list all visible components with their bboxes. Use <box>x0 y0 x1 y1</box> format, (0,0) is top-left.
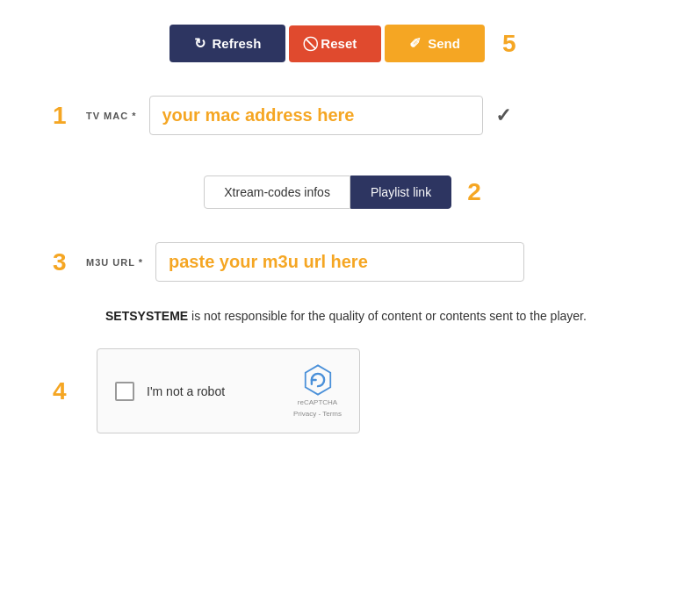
reset-button[interactable]: ⃠ Reset <box>289 25 381 62</box>
tab-xtream[interactable]: Xtream-codes infos <box>204 175 350 209</box>
send-icon: ✐ <box>409 35 421 52</box>
captcha-label: I'm not a robot <box>147 384 225 398</box>
tv-mac-section: 1 TV MAC * ✓ <box>0 80 685 151</box>
recaptcha-icon <box>301 363 335 397</box>
toolbar: ↻ Refresh ⃠ Reset ✐ Send 5 <box>0 0 685 80</box>
tabs-section: Xtream-codes infos Playlist link 2 <box>0 151 685 226</box>
tv-mac-label: TV MAC * <box>86 111 137 121</box>
tab-xtream-label: Xtream-codes infos <box>224 185 330 199</box>
reset-label: Reset <box>321 36 357 51</box>
refresh-label: Refresh <box>213 36 262 51</box>
refresh-button[interactable]: ↻ Refresh <box>169 25 286 62</box>
disclaimer-section: SETSYSTEME is not responsible for the qu… <box>0 297 685 334</box>
step-5-badge: 5 <box>502 30 516 58</box>
captcha-inner: I'm not a robot <box>115 382 225 401</box>
step-4-badge: 4 <box>53 377 79 405</box>
recaptcha-logo: reCAPTCHA Privacy - Terms <box>293 363 342 419</box>
checkmark-icon: ✓ <box>495 104 511 127</box>
send-button[interactable]: ✐ Send <box>385 25 485 62</box>
m3u-section: 3 M3u URL * <box>0 226 685 297</box>
recaptcha-links: Privacy - Terms <box>293 410 342 419</box>
m3u-label: M3u URL * <box>86 257 143 268</box>
step-3-badge: 3 <box>53 248 79 276</box>
captcha-section: 4 I'm not a robot reCAPTCHA Privacy - Te… <box>0 334 685 451</box>
mac-address-input[interactable] <box>149 96 483 135</box>
send-label: Send <box>428 36 460 51</box>
captcha-box[interactable]: I'm not a robot reCAPTCHA Privacy - Term… <box>97 348 360 433</box>
tab-group: Xtream-codes infos Playlist link 2 <box>204 175 480 209</box>
brand-name: SETSYSTEME <box>105 309 188 323</box>
tab-playlist-label: Playlist link <box>371 185 431 199</box>
captcha-checkbox[interactable] <box>115 382 134 401</box>
recaptcha-brand: reCAPTCHA <box>298 398 337 407</box>
step-2-badge: 2 <box>467 178 481 206</box>
tab-playlist[interactable]: Playlist link <box>350 175 451 209</box>
m3u-url-input[interactable] <box>155 242 524 282</box>
refresh-icon: ↻ <box>194 35 206 52</box>
disclaimer-text: is not responsible for the quality of co… <box>188 309 587 323</box>
step-1-badge: 1 <box>53 102 79 130</box>
